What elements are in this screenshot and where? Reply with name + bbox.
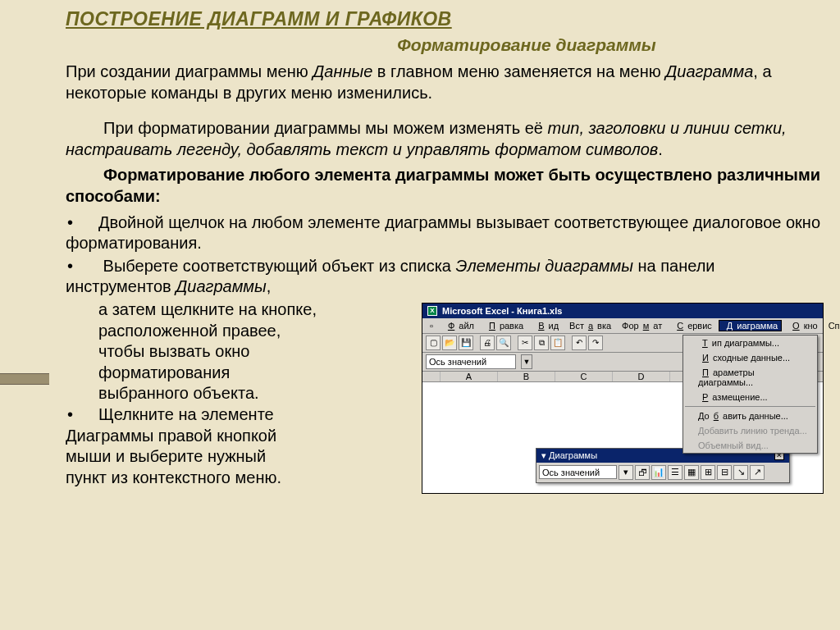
excel-app-icon: X [427, 306, 437, 316]
dropdown-type[interactable]: Тип диаграммы... [683, 336, 817, 350]
p2-text-b: . [658, 140, 663, 158]
p1-italic-1: Данные [313, 62, 372, 80]
dropdown-volume: Объемный вид... [683, 438, 817, 453]
menu-window[interactable]: Окно [784, 320, 822, 331]
col-blank[interactable] [422, 372, 441, 381]
namebox-input[interactable] [426, 354, 516, 369]
menu-edit[interactable]: Правка [481, 320, 527, 331]
paragraph-1: При создании диаграммы меню Данные в гла… [66, 62, 824, 103]
new-icon[interactable]: ▢ [426, 336, 441, 350]
excel-window: X Microsoft Excel - Книга1.xls ▫ ФФайлай… [422, 303, 824, 494]
menu-tools[interactable]: Сервис [669, 320, 716, 331]
p1-text-b: в главном меню заменяется на меню [372, 62, 665, 80]
bullet-2: Выберете соответствующий объект из списк… [66, 256, 824, 298]
line-7: мыши и выберите нужный [66, 446, 417, 468]
excel-titlebar[interactable]: X Microsoft Excel - Книга1.xls [422, 304, 823, 318]
chart-dropdown-icon[interactable]: ▾ [619, 465, 633, 480]
chart-type-icon[interactable]: 📊 [651, 465, 666, 480]
chart-toolbar-body: ▾ 🗗 📊 ☰ ▦ ⊞ ⊟ ↘ ↗ [536, 463, 789, 482]
b2-text-c: , [267, 277, 272, 295]
p1-italic-2: Диаграмма [665, 62, 753, 80]
bullet-3-text: Щелкните на элементе [98, 405, 274, 423]
format-object-icon[interactable]: 🗗 [635, 465, 650, 480]
lower-text: а затем щелкните на кнопке, расположенно… [66, 299, 417, 488]
p1-text-a: При создании диаграммы меню [66, 62, 313, 80]
b2-text-a: Выберете соответствующий объект из списк… [103, 257, 456, 275]
paste-icon[interactable]: 📋 [550, 336, 565, 350]
col-d[interactable]: D [613, 372, 670, 381]
angle-up-icon[interactable]: ↗ [750, 465, 765, 480]
col-b[interactable]: B [498, 372, 555, 381]
slide-content: ПОСТРОЕНИЕ ДИАГРАММ И ГРАФИКОВ Форматиро… [49, 0, 840, 494]
col-c[interactable]: C [555, 372, 613, 381]
angle-down-icon[interactable]: ↘ [733, 465, 748, 480]
data-table-icon[interactable]: ▦ [684, 465, 699, 480]
line-1: а затем щелкните на кнопке, [66, 299, 417, 321]
dropdown-add-trend: Добавить линию тренда... [683, 423, 817, 438]
menubar-doc-icon: ▫ [426, 320, 437, 331]
dropdown-source[interactable]: Исходные данные... [683, 350, 817, 365]
dropdown-add-data[interactable]: Добавить данные... [683, 409, 817, 423]
line-6: Диаграммы правой кнопкой [66, 426, 417, 447]
dropdown-place[interactable]: Размещение... [683, 390, 817, 404]
lower-section: а затем щелкните на кнопке, расположенно… [66, 299, 824, 494]
bullet-1-text: Двойной щелчок на любом элементе диаграм… [66, 213, 820, 253]
bullet-3: Щелкните на элементе [66, 404, 417, 426]
bullet-1: Двойной щелчок на любом элементе диаграм… [66, 212, 824, 254]
namebox-dropdown-icon[interactable]: ▼ [521, 354, 532, 369]
paragraph-3: Форматирование любого элемента диаграммы… [66, 165, 824, 207]
menu-view[interactable]: Вид [530, 320, 563, 331]
line-3: чтобы вызвать окно [66, 341, 417, 363]
menu-format[interactable]: Формат [618, 320, 666, 331]
undo-icon[interactable]: ↶ [572, 336, 587, 350]
page-title: ПОСТРОЕНИЕ ДИАГРАММ И ГРАФИКОВ [66, 8, 824, 30]
b2-italic-1: Элементы диаграммы [456, 257, 633, 275]
by-column-icon[interactable]: ⊟ [717, 465, 732, 480]
cut-icon[interactable]: ✂ [518, 336, 532, 350]
line-2: расположенной правее, [66, 321, 417, 342]
line-5: выбранного объекта. [66, 383, 417, 404]
b2-italic-2: Диаграммы [176, 277, 267, 295]
save-icon[interactable]: 💾 [459, 336, 473, 350]
excel-menubar: ▫ ФФайлайл Правка Вид Вставка Формат Сер… [422, 318, 823, 334]
menu-file[interactable]: ФФайлайл [440, 320, 478, 331]
print-icon[interactable]: 🖨 [480, 336, 495, 350]
open-icon[interactable]: 📂 [442, 336, 457, 350]
excel-title-text: Microsoft Excel - Книга1.xls [442, 306, 562, 316]
preview-icon[interactable]: 🔍 [496, 336, 511, 350]
col-a[interactable]: A [441, 372, 498, 381]
by-row-icon[interactable]: ⊞ [701, 465, 715, 480]
menu-help[interactable]: Справка [824, 320, 840, 331]
chart-toolbar-title-text: Диаграммы [549, 450, 597, 460]
page-subtitle: Форматирование диаграммы [230, 35, 824, 55]
redo-icon[interactable]: ↷ [588, 336, 603, 350]
copy-icon[interactable]: ⧉ [534, 336, 549, 350]
legend-icon[interactable]: ☰ [668, 465, 682, 480]
menu-diagram[interactable]: Диаграмма [719, 320, 782, 331]
p2-text-a: При форматировании диаграммы мы можем из… [103, 119, 548, 137]
line-8: пункт из контекстного меню. [66, 468, 417, 489]
chart-object-input[interactable] [539, 465, 617, 479]
menu-insert[interactable]: Вставка [565, 320, 615, 331]
paragraph-2: При форматировании диаграммы мы можем из… [66, 118, 824, 160]
diagram-dropdown: Тип диаграммы... Исходные данные... Пара… [682, 335, 818, 454]
side-stripe [0, 373, 49, 385]
line-4: форматирования [66, 363, 417, 384]
dropdown-params[interactable]: Параметры диаграммы... [683, 365, 817, 390]
